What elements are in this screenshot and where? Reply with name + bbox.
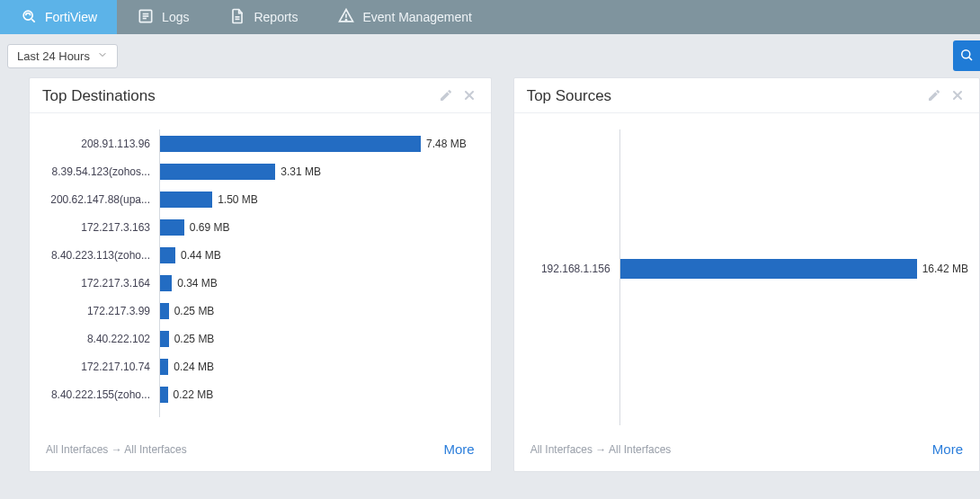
dashboard-cards: Top Destinations 208.91.113.967.48 MB8.3… [0, 77, 980, 472]
chart-bar[interactable] [160, 192, 212, 208]
chart-row: 208.91.113.967.48 MB [40, 129, 480, 157]
card-title: Top Destinations [42, 87, 432, 105]
card-footer: All Interfaces → All Interfaces More [30, 432, 491, 471]
fortiview-icon [20, 7, 38, 28]
chart-row: 172.217.3.1630.69 MB [40, 213, 480, 241]
search-button[interactable] [953, 40, 980, 71]
pencil-icon [439, 88, 453, 105]
tab-label: Event Management [362, 10, 471, 24]
scope-text: All Interfaces → All Interfaces [46, 443, 443, 456]
chart-bar[interactable] [160, 303, 169, 319]
chart-bar[interactable] [160, 136, 421, 152]
chart-track: 0.34 MB [159, 269, 480, 297]
chart-bar[interactable] [160, 387, 168, 403]
chart-row: 172.217.3.1640.34 MB [40, 269, 480, 297]
close-button[interactable] [460, 87, 478, 105]
chart-category-label: 172.217.10.74 [40, 361, 159, 373]
reports-icon [228, 7, 246, 28]
chart-row: 8.40.222.1020.25 MB [40, 325, 480, 352]
chart-bar[interactable] [160, 164, 275, 180]
scope-text: All Interfaces → All Interfaces [530, 443, 932, 456]
chart-bar[interactable] [620, 259, 917, 279]
chart-track: 16.42 MB [619, 129, 968, 408]
close-button[interactable] [949, 87, 967, 105]
chart-top-destinations: 208.91.113.967.48 MB8.39.54.123(zohos...… [40, 129, 480, 425]
chart-row: 192.168.1.15616.42 MB [525, 129, 968, 408]
svg-point-9 [962, 49, 970, 58]
chart-row: 172.217.3.990.25 MB [40, 297, 480, 325]
chart-category-label: 172.217.3.163 [40, 221, 159, 234]
svg-point-0 [23, 11, 32, 20]
logs-icon [137, 7, 155, 28]
chart-bar[interactable] [160, 219, 184, 236]
chart-row: 8.40.223.113(zoho...0.44 MB [40, 241, 480, 269]
chart-value-label: 0.24 MB [174, 361, 214, 373]
chart-track: 0.25 MB [159, 297, 480, 325]
card-header: Top Destinations [30, 78, 491, 113]
close-icon [462, 88, 477, 105]
chart-category-label: 192.168.1.156 [525, 263, 619, 275]
chart-track: 0.69 MB [159, 213, 480, 241]
chart-top-sources: 192.168.1.15616.42 MB [525, 129, 968, 425]
search-icon [958, 47, 975, 66]
chart-track: 3.31 MB [159, 157, 480, 185]
chart-row: 172.217.10.740.24 MB [40, 352, 480, 380]
card-top-destinations: Top Destinations 208.91.113.967.48 MB8.3… [29, 77, 492, 472]
chart-category-label: 172.217.3.164 [40, 277, 159, 290]
chart-value-label: 3.31 MB [281, 165, 321, 178]
tab-event-management[interactable]: Event Management [317, 0, 491, 34]
event-icon [337, 7, 355, 28]
chart-category-label: 208.91.113.96 [40, 138, 159, 150]
chart-axis [619, 408, 968, 425]
top-nav: FortiView Logs Reports Event Management [0, 0, 980, 34]
svg-point-8 [346, 19, 347, 20]
chart-bar[interactable] [160, 331, 169, 347]
chart-track: 0.25 MB [159, 325, 480, 352]
chart-bar[interactable] [160, 247, 175, 263]
chart-category-label: 200.62.147.88(upa... [40, 193, 159, 206]
tab-logs[interactable]: Logs [117, 0, 209, 34]
tab-label: FortiView [45, 10, 97, 24]
chart-value-label: 7.48 MB [426, 138, 467, 150]
chart-axis [159, 408, 480, 417]
card-title: Top Sources [527, 87, 920, 105]
tab-label: Reports [254, 10, 298, 24]
chevron-down-icon [97, 49, 108, 63]
close-icon [950, 88, 965, 105]
edit-button[interactable] [925, 87, 943, 105]
card-header: Top Sources [514, 78, 979, 113]
time-range-select[interactable]: Last 24 Hours [7, 44, 118, 68]
chart-row: 8.40.222.155(zoho...0.22 MB [40, 380, 480, 408]
chart-track: 0.44 MB [159, 241, 480, 269]
chart-value-label: 16.42 MB [922, 263, 968, 275]
tab-fortiview[interactable]: FortiView [0, 0, 117, 34]
chart-value-label: 0.69 MB [190, 221, 230, 234]
tab-label: Logs [162, 10, 189, 24]
chart-category-label: 8.39.54.123(zohos... [40, 165, 159, 178]
tab-reports[interactable]: Reports [209, 0, 317, 34]
chart-track: 1.50 MB [159, 185, 480, 213]
chart-value-label: 0.44 MB [181, 249, 221, 262]
chart-value-label: 0.25 MB [174, 305, 215, 317]
chart-bar[interactable] [160, 359, 168, 375]
card-body: 192.168.1.15616.42 MB [514, 113, 979, 432]
chart-category-label: 8.40.222.102 [40, 333, 159, 345]
pencil-icon [927, 88, 941, 105]
chart-track: 0.24 MB [159, 352, 480, 380]
card-top-sources: Top Sources 192.168.1.15616.42 MB All In… [513, 77, 980, 472]
toolbar: Last 24 Hours [0, 34, 980, 77]
chart-track: 0.22 MB [159, 380, 480, 408]
chart-value-label: 0.22 MB [174, 388, 214, 401]
edit-button[interactable] [437, 87, 455, 105]
more-link[interactable]: More [443, 441, 474, 457]
chart-category-label: 172.217.3.99 [40, 305, 159, 317]
chart-row: 200.62.147.88(upa...1.50 MB [40, 185, 480, 213]
chart-value-label: 0.25 MB [174, 333, 215, 345]
more-link[interactable]: More [932, 441, 963, 457]
time-range-label: Last 24 Hours [17, 49, 90, 63]
chart-category-label: 8.40.223.113(zoho... [40, 249, 159, 262]
chart-bar[interactable] [160, 275, 172, 291]
chart-value-label: 1.50 MB [218, 193, 258, 206]
card-body: 208.91.113.967.48 MB8.39.54.123(zohos...… [30, 113, 491, 432]
chart-value-label: 0.34 MB [177, 277, 218, 290]
